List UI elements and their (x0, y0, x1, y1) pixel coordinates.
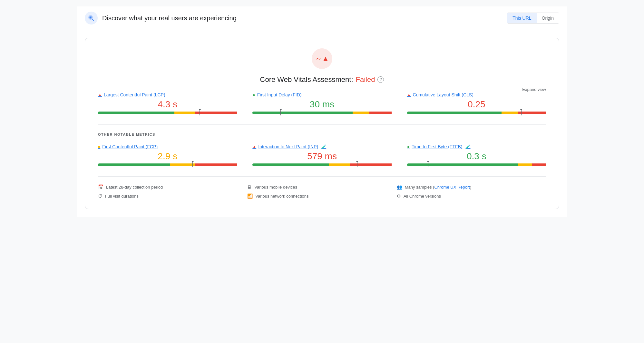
origin-button[interactable]: Origin (537, 13, 559, 23)
metric-value-cls: 0.25 (407, 99, 546, 110)
footer-info: 📅 Latest 28-day collection period 🖥 Vari… (98, 176, 546, 199)
lab-badge: 🧪 (466, 144, 471, 149)
assessment-status: Failed (356, 75, 375, 84)
metric-status-icon: ▲ (407, 93, 411, 97)
url-origin-toggle[interactable]: This URL Origin (507, 13, 559, 24)
metric-status-icon: ● (252, 92, 255, 97)
bar-orange (329, 163, 350, 166)
help-icon[interactable]: ? (377, 76, 384, 83)
expand-view-link[interactable]: Expand view (522, 87, 546, 92)
metric-value-ttfb: 0.3 s (407, 151, 546, 162)
bar-orange (502, 112, 518, 114)
bar-marker (280, 110, 281, 115)
assessment-title: Core Web Vitals Assessment: Failed ? (260, 75, 384, 84)
metric-status-icon: ■ (98, 144, 100, 149)
svg-point-2 (90, 17, 91, 18)
bar-red (518, 112, 546, 114)
lab-badge: 🧪 (321, 144, 326, 149)
footer-icon-2: 👥 (397, 184, 402, 190)
footer-text-0: Latest 28-day collection period (106, 185, 163, 190)
metric-title-lcp[interactable]: ▲ Largest Contentful Paint (LCP) (98, 92, 237, 97)
bar-green (252, 112, 353, 114)
bar-red (369, 112, 392, 114)
footer-item-4: 📶 Various network connections (247, 193, 396, 199)
footer-item-1: 🖥 Various mobile devices (247, 184, 396, 190)
footer-link-2[interactable]: Chrome UX Report (434, 185, 470, 190)
metric-item-lcp: ▲ Largest Contentful Paint (LCP) 4.3 s (98, 92, 237, 114)
metric-title-fid[interactable]: ● First Input Delay (FID) (252, 92, 391, 97)
metric-item-ttfb: ● Time to First Byte (TTFB) 🧪 0.3 s (407, 144, 546, 166)
metric-bar-inp (252, 163, 391, 166)
footer-text-4: Various network connections (255, 194, 308, 199)
metric-bar-lcp (98, 112, 237, 114)
metric-bar-ttfb (407, 163, 546, 166)
metric-status-icon: ● (407, 144, 410, 149)
metric-label-inp: Interaction to Next Paint (INP) (258, 144, 318, 149)
expand-view: Expand view (98, 86, 546, 92)
metric-value-fcp: 2.9 s (98, 151, 237, 162)
bar-green (407, 163, 518, 166)
bar-green (252, 163, 329, 166)
metric-label-fcp: First Contentful Paint (FCP) (102, 144, 158, 149)
assessment-icon-wrap: ～▲ (312, 48, 332, 69)
bar-red (195, 163, 237, 166)
metric-title-fcp[interactable]: ■ First Contentful Paint (FCP) (98, 144, 237, 149)
bar-red (532, 163, 546, 166)
metric-title-inp[interactable]: ▲ Interaction to Next Paint (INP) 🧪 (252, 144, 391, 149)
this-url-button[interactable]: This URL (507, 13, 536, 23)
footer-icon-3: ⏱ (98, 193, 102, 199)
footer-icon-5: ⚙ (397, 193, 401, 199)
metric-bar-fid (252, 112, 391, 114)
failed-icon: ～▲ (315, 54, 329, 64)
metric-item-fid: ● First Input Delay (FID) 30 ms (252, 92, 391, 114)
logo (85, 12, 98, 24)
other-metrics-label: OTHER NOTABLE METRICS (98, 132, 546, 136)
core-metrics-grid: ▲ Largest Contentful Paint (LCP) 4.3 s ●… (98, 92, 546, 114)
metric-item-cls: ▲ Cumulative Layout Shift (CLS) 0.25 (407, 92, 546, 114)
page-header: Discover what your real users are experi… (77, 6, 567, 30)
section-divider (98, 124, 546, 125)
metric-status-icon: ▲ (98, 93, 102, 97)
bar-orange (170, 163, 195, 166)
bar-red (350, 163, 391, 166)
bar-marker (192, 162, 193, 167)
metric-bar-cls (407, 112, 546, 114)
main-card: ～▲ Core Web Vitals Assessment: Failed ? … (85, 38, 559, 209)
bar-marker (357, 162, 357, 167)
footer-item-5: ⚙ All Chrome versions (397, 193, 546, 199)
bar-orange (518, 163, 532, 166)
metric-title-ttfb[interactable]: ● Time to First Byte (TTFB) 🧪 (407, 144, 546, 149)
footer-item-3: ⏱ Full visit durations (98, 193, 247, 199)
metric-label-ttfb: Time to First Byte (TTFB) (412, 144, 462, 149)
footer-item-0: 📅 Latest 28-day collection period (98, 184, 247, 190)
metric-title-cls[interactable]: ▲ Cumulative Layout Shift (CLS) (407, 92, 546, 97)
other-metrics-grid: ■ First Contentful Paint (FCP) 2.9 s ▲ I… (98, 144, 546, 166)
metric-status-icon: ▲ (252, 144, 256, 149)
metric-item-fcp: ■ First Contentful Paint (FCP) 2.9 s (98, 144, 237, 166)
metric-item-inp: ▲ Interaction to Next Paint (INP) 🧪 579 … (252, 144, 391, 166)
metric-label-fid: First Input Delay (FID) (257, 92, 302, 97)
metric-label-cls: Cumulative Layout Shift (CLS) (413, 92, 473, 97)
bar-green (98, 163, 170, 166)
footer-text-3: Full visit durations (105, 194, 139, 199)
footer-text-1: Various mobile devices (254, 185, 297, 190)
metric-label-lcp: Largest Contentful Paint (LCP) (104, 92, 165, 97)
metric-value-lcp: 4.3 s (98, 99, 237, 110)
bar-orange (174, 112, 195, 114)
page-title: Discover what your real users are experi… (102, 15, 237, 22)
metric-value-fid: 30 ms (252, 99, 391, 110)
metric-value-inp: 579 ms (252, 151, 391, 162)
footer-text-5: All Chrome versions (404, 194, 441, 199)
bar-marker (200, 110, 200, 115)
bar-orange (353, 112, 369, 114)
metric-bar-fcp (98, 163, 237, 166)
bar-green (98, 112, 174, 114)
bar-green (407, 112, 502, 114)
footer-icon-0: 📅 (98, 184, 103, 190)
footer-text-2: Many samples (Chrome UX Report) (405, 185, 472, 190)
footer-icon-1: 🖥 (247, 184, 252, 190)
footer-icon-4: 📶 (247, 193, 253, 199)
bar-red (195, 112, 237, 114)
footer-item-2: 👥 Many samples (Chrome UX Report) (397, 184, 546, 190)
